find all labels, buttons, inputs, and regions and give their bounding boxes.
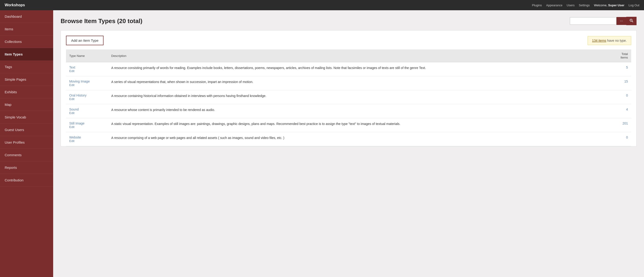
- sidebar-item-collections[interactable]: Collections: [0, 36, 53, 48]
- cell-type-name: Oral History Edit: [66, 90, 108, 104]
- cell-description: A resource containing historical informa…: [108, 90, 612, 104]
- edit-link[interactable]: Edit: [69, 97, 105, 101]
- cell-total-items: 15: [612, 76, 631, 90]
- topbar-title: Workshops: [5, 3, 25, 7]
- edit-link[interactable]: Edit: [69, 125, 105, 129]
- total-items-link[interactable]: 5: [626, 66, 628, 69]
- sidebar-item-reports[interactable]: Reports: [0, 161, 53, 174]
- search-options-button[interactable]: ···: [616, 17, 626, 25]
- edit-link[interactable]: Edit: [69, 69, 105, 73]
- search-bar: ···: [570, 17, 636, 25]
- appearance-link[interactable]: Appearance: [546, 4, 562, 7]
- topbar-nav: Plugins Appearance Users Settings Welcom…: [532, 4, 639, 7]
- cell-description: A resource consisting primarily of words…: [108, 62, 612, 76]
- table-row: Oral History Edit A resource containing …: [66, 90, 631, 104]
- table-row: Text Edit A resource consisting primaril…: [66, 62, 631, 76]
- type-name-link[interactable]: Still Image: [69, 122, 105, 125]
- table-row: Website Edit A resource comprising of a …: [66, 132, 631, 146]
- table-header: Type Name Description TotalItems: [66, 50, 631, 62]
- cell-description: A static visual representation. Examples…: [108, 118, 612, 132]
- sidebar-item-items[interactable]: Items: [0, 23, 53, 36]
- cell-description: A resource whose content is primarily in…: [108, 104, 612, 118]
- type-name-link[interactable]: Oral History: [69, 94, 105, 97]
- edit-link[interactable]: Edit: [69, 111, 105, 115]
- sidebar-item-dashboard[interactable]: Dashboard: [0, 10, 53, 23]
- col-type-name: Type Name: [66, 50, 108, 62]
- cell-description: A series of visual representations that,…: [108, 76, 612, 90]
- no-type-notice: 134 items have no type.: [588, 36, 631, 45]
- sidebar-item-user-profiles[interactable]: User Profiles: [0, 136, 53, 149]
- total-items-link[interactable]: 0: [626, 136, 628, 139]
- topbar: Workshops Plugins Appearance Users Setti…: [0, 0, 644, 10]
- no-type-link[interactable]: 134 items: [592, 39, 606, 42]
- cell-type-name: Sound Edit: [66, 104, 108, 118]
- cell-total-items: 0: [612, 90, 631, 104]
- cell-total-items: 5: [612, 62, 631, 76]
- settings-link[interactable]: Settings: [579, 4, 590, 7]
- total-items-link[interactable]: 15: [624, 80, 628, 83]
- sidebar-item-map[interactable]: Map: [0, 98, 53, 111]
- search-submit-button[interactable]: [626, 17, 636, 25]
- cell-total-items: 0: [612, 132, 631, 146]
- table-row: Sound Edit A resource whose content is p…: [66, 104, 631, 118]
- type-name-link[interactable]: Website: [69, 136, 105, 139]
- sidebar-item-exhibits[interactable]: Exhibits: [0, 86, 53, 98]
- type-name-link[interactable]: Moving Image: [69, 80, 105, 83]
- cell-description: A resource comprising of a web page or w…: [108, 132, 612, 146]
- sidebar-item-simple-pages[interactable]: Simple Pages: [0, 73, 53, 86]
- sidebar-item-contribution[interactable]: Contribution: [0, 174, 53, 186]
- search-input[interactable]: [570, 17, 616, 25]
- layout: Dashboard Items Collections Item Types T…: [0, 10, 644, 277]
- content-box: Add an Item Type 134 items have no type.…: [60, 30, 636, 146]
- edit-link[interactable]: Edit: [69, 139, 105, 143]
- cell-total-items: 4: [612, 104, 631, 118]
- col-total-items: TotalItems: [612, 50, 631, 62]
- svg-line-1: [632, 21, 633, 22]
- type-name-link[interactable]: Text: [69, 66, 105, 69]
- sidebar-item-simple-vocab[interactable]: Simple Vocab: [0, 111, 53, 124]
- total-items-link[interactable]: 0: [626, 94, 628, 97]
- sidebar-item-guest-users[interactable]: Guest Users: [0, 124, 53, 136]
- table-body: Text Edit A resource consisting primaril…: [66, 62, 631, 146]
- sidebar-item-comments[interactable]: Comments: [0, 149, 53, 161]
- main-content: Browse Item Types (20 total) ··· Add an …: [53, 10, 644, 277]
- sidebar-item-tags[interactable]: Tags: [0, 60, 53, 73]
- page-header: Browse Item Types (20 total) ···: [60, 17, 636, 25]
- cell-total-items: 201: [612, 118, 631, 132]
- edit-link[interactable]: Edit: [69, 83, 105, 87]
- cell-type-name: Moving Image Edit: [66, 76, 108, 90]
- col-description: Description: [108, 50, 612, 62]
- cell-type-name: Still Image Edit: [66, 118, 108, 132]
- action-bar: Add an Item Type 134 items have no type.: [66, 36, 631, 45]
- total-items-link[interactable]: 201: [622, 122, 628, 125]
- item-types-table: Type Name Description TotalItems Text Ed…: [66, 50, 631, 146]
- welcome-text: Welcome, Super User: [594, 4, 624, 7]
- sidebar-item-item-types[interactable]: Item Types: [0, 48, 53, 60]
- table-row: Still Image Edit A static visual represe…: [66, 118, 631, 132]
- add-item-type-button[interactable]: Add an Item Type: [66, 36, 104, 45]
- cell-type-name: Text Edit: [66, 62, 108, 76]
- plugins-link[interactable]: Plugins: [532, 4, 542, 7]
- cell-type-name: Website Edit: [66, 132, 108, 146]
- type-name-link[interactable]: Sound: [69, 108, 105, 111]
- search-icon: [630, 19, 633, 22]
- page-title: Browse Item Types (20 total): [60, 18, 142, 25]
- table-row: Moving Image Edit A series of visual rep…: [66, 76, 631, 90]
- total-items-link[interactable]: 4: [626, 108, 628, 111]
- logout-link[interactable]: Log Out: [628, 4, 639, 7]
- users-link[interactable]: Users: [566, 4, 574, 7]
- sidebar: Dashboard Items Collections Item Types T…: [0, 10, 53, 277]
- svg-point-0: [630, 19, 632, 21]
